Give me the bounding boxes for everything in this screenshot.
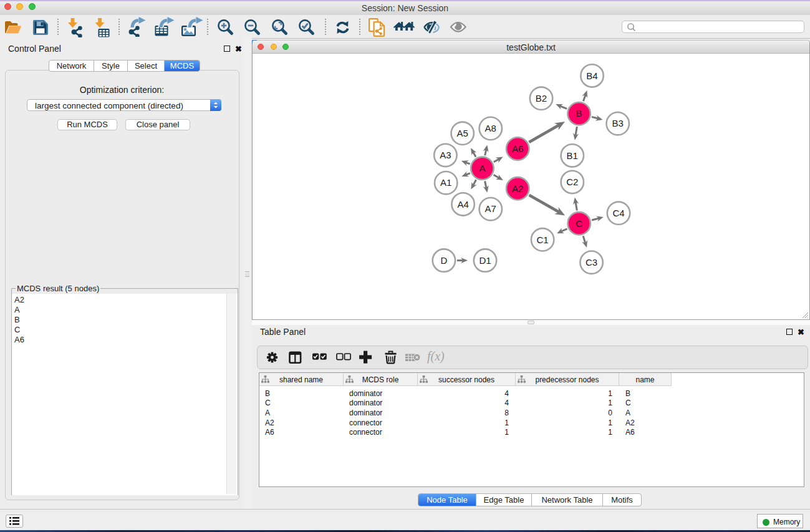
svg-text:A: A xyxy=(479,163,485,173)
svg-text:A3: A3 xyxy=(440,150,451,160)
svg-text:C3: C3 xyxy=(586,257,597,268)
svg-text:C4: C4 xyxy=(612,208,624,218)
svg-text:C: C xyxy=(576,218,582,229)
svg-text:A1: A1 xyxy=(440,177,451,188)
svg-text:D1: D1 xyxy=(479,255,491,266)
svg-text:C2: C2 xyxy=(566,177,578,187)
svg-text:B4: B4 xyxy=(586,70,597,81)
svg-text:B2: B2 xyxy=(536,93,547,104)
svg-text:C1: C1 xyxy=(537,235,549,245)
svg-text:A6: A6 xyxy=(512,143,523,154)
svg-text:A7: A7 xyxy=(485,203,496,214)
svg-text:A2: A2 xyxy=(512,183,523,194)
svg-text:B: B xyxy=(576,108,582,118)
svg-text:D: D xyxy=(440,255,447,266)
svg-text:A5: A5 xyxy=(457,128,468,138)
svg-text:A8: A8 xyxy=(485,123,496,133)
svg-text:B1: B1 xyxy=(567,150,578,161)
svg-text:A4: A4 xyxy=(457,199,468,210)
svg-text:B3: B3 xyxy=(612,118,624,128)
